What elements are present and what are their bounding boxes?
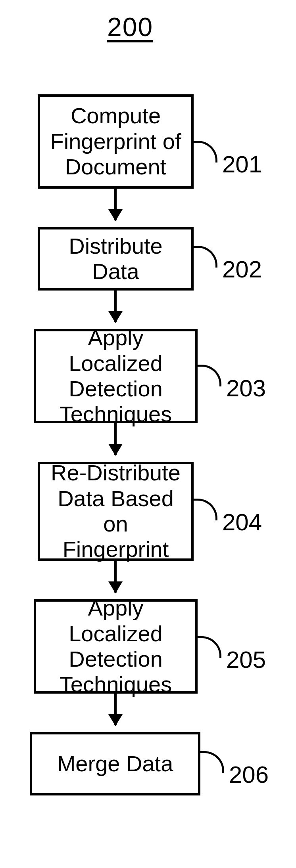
step-text-202: Distribute Data (47, 233, 184, 285)
arrow-202-203 (114, 291, 117, 322)
flowchart-canvas: 200 Compute Fingerprint of Document 201 … (0, 0, 296, 868)
step-label-204: 204 (222, 509, 262, 536)
step-text-204: Re-Distribute Data Based on Fingerprint (47, 460, 184, 562)
step-box-201: Compute Fingerprint of Document (38, 94, 194, 189)
leader-205 (198, 636, 221, 658)
diagram-title: 200 (107, 12, 153, 42)
arrow-204-205 (114, 561, 117, 593)
arrow-205-206 (114, 694, 117, 725)
step-box-204: Re-Distribute Data Based on Fingerprint (38, 462, 194, 561)
step-text-201: Compute Fingerprint of Document (47, 103, 184, 180)
step-box-206: Merge Data (30, 732, 200, 795)
arrow-203-204 (114, 423, 117, 455)
step-box-205: Apply Localized Detection Techniques (34, 599, 198, 694)
leader-201 (194, 141, 217, 163)
leader-204 (194, 499, 217, 520)
step-label-203: 203 (226, 375, 266, 402)
step-box-203: Apply Localized Detection Techniques (34, 329, 198, 423)
arrow-201-202 (114, 189, 117, 220)
step-text-203: Apply Localized Detection Techniques (43, 325, 188, 427)
step-label-201: 201 (222, 151, 262, 178)
step-label-205: 205 (226, 646, 266, 673)
step-box-202: Distribute Data (38, 227, 194, 291)
leader-202 (194, 246, 217, 268)
leader-203 (198, 365, 221, 386)
leader-206 (200, 751, 224, 773)
step-text-206: Merge Data (57, 751, 173, 776)
step-label-202: 202 (222, 256, 262, 283)
step-text-205: Apply Localized Detection Techniques (43, 595, 188, 698)
step-label-206: 206 (229, 761, 269, 788)
